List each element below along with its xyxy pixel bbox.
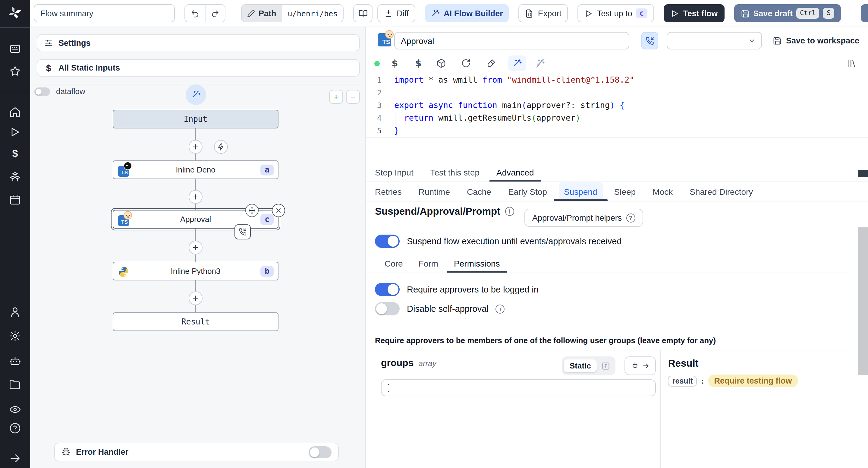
deploy-button-clipped[interactable] bbox=[861, 4, 868, 22]
windmill-logo-icon[interactable] bbox=[8, 5, 22, 21]
package-icon[interactable] bbox=[435, 57, 447, 69]
path-value[interactable]: u/henri/bes bbox=[282, 5, 343, 22]
deno-step-node[interactable]: TS Inline Deno a bbox=[113, 160, 278, 179]
groups-multiselect-input[interactable]: ⌃⌄ bbox=[381, 379, 656, 396]
star-icon[interactable] bbox=[9, 65, 21, 77]
error-handler-card[interactable]: Error Handler bbox=[54, 443, 339, 461]
ai-flow-builder-button[interactable]: AI Flow Builder bbox=[425, 4, 509, 22]
path-segment[interactable]: Path bbox=[242, 5, 282, 22]
folders-icon[interactable] bbox=[9, 379, 21, 391]
tab-form[interactable]: Form bbox=[418, 255, 438, 272]
undo-button[interactable] bbox=[185, 5, 205, 22]
wand-sparkles-icon bbox=[191, 90, 201, 99]
code-editor[interactable]: 12345 import * as wmill from "windmill-c… bbox=[366, 72, 868, 162]
flow-settings-card[interactable]: Settings bbox=[37, 34, 360, 51]
book-icon bbox=[358, 9, 367, 18]
add-step-button[interactable] bbox=[189, 291, 203, 305]
python-step-node[interactable]: Inline Python3 b bbox=[113, 262, 278, 281]
flow-graph-panel: Settings $ All Static Inputs dataflow + … bbox=[30, 27, 365, 468]
tab-permissions[interactable]: Permissions bbox=[454, 255, 500, 272]
workers-icon[interactable] bbox=[9, 355, 21, 367]
export-label: Export bbox=[538, 9, 561, 18]
test-flow-button[interactable]: Test flow bbox=[664, 4, 724, 22]
tab-shared-directory[interactable]: Shared Directory bbox=[689, 182, 753, 201]
schedules-icon[interactable] bbox=[9, 194, 21, 206]
suspend-toggle[interactable] bbox=[375, 235, 400, 248]
all-static-inputs-card[interactable]: $ All Static Inputs bbox=[37, 59, 360, 77]
require-logged-in-toggle[interactable] bbox=[375, 283, 400, 296]
resources-icon[interactable] bbox=[9, 171, 21, 183]
variables-icon[interactable]: $ bbox=[389, 57, 401, 69]
flow-summary-input[interactable] bbox=[34, 4, 175, 22]
users-icon[interactable] bbox=[9, 306, 21, 318]
javascript-expression-option[interactable] bbox=[598, 361, 614, 370]
save-draft-button[interactable]: Save draft Ctrl S bbox=[734, 4, 841, 22]
suspend-settings-button[interactable] bbox=[641, 32, 658, 50]
variables-icon[interactable]: $ bbox=[9, 148, 21, 160]
result-value-chip[interactable]: Require testing flow bbox=[708, 375, 798, 387]
resources-dollar-icon[interactable]: $ bbox=[412, 57, 424, 69]
input-node[interactable]: Input bbox=[113, 110, 278, 128]
static-option[interactable]: Static bbox=[564, 359, 597, 372]
save-to-workspace-button[interactable]: Save to workspace bbox=[773, 32, 859, 50]
suspend-step-indicator bbox=[235, 224, 251, 239]
code-lines[interactable]: import * as wmill from "windmill-client@… bbox=[394, 74, 856, 137]
tab-runtime[interactable]: Runtime bbox=[418, 182, 450, 201]
path-group[interactable]: Path u/henri/bes bbox=[241, 4, 344, 22]
help-icon[interactable] bbox=[9, 422, 21, 434]
redo-button[interactable] bbox=[205, 5, 225, 22]
format-brush-icon[interactable] bbox=[485, 57, 497, 69]
info-icon[interactable]: i bbox=[505, 207, 514, 216]
runs-icon[interactable] bbox=[9, 126, 21, 138]
library-icon[interactable] bbox=[846, 57, 858, 69]
groups-requirement-note: Require approvers to be members of one o… bbox=[375, 336, 716, 345]
tab-step-input[interactable]: Step Input bbox=[375, 164, 413, 181]
zoom-out-button[interactable]: − bbox=[346, 90, 360, 104]
tab-sleep[interactable]: Sleep bbox=[614, 182, 636, 201]
add-step-button[interactable] bbox=[189, 190, 203, 204]
tab-mock[interactable]: Mock bbox=[652, 182, 673, 201]
info-icon[interactable]: i bbox=[496, 304, 505, 313]
audit-logs-icon[interactable] bbox=[9, 404, 21, 415]
docs-button[interactable] bbox=[353, 4, 373, 22]
step-title-input[interactable] bbox=[394, 32, 629, 50]
zoom-in-button[interactable]: + bbox=[329, 90, 343, 104]
refresh-icon[interactable] bbox=[460, 57, 472, 69]
settings-icon[interactable] bbox=[9, 330, 21, 342]
dataflow-toggle-row: dataflow bbox=[34, 87, 85, 96]
result-key-badge[interactable]: result bbox=[668, 375, 697, 386]
panel-scrollbar-thumb[interactable] bbox=[858, 227, 868, 375]
tab-suspend[interactable]: Suspend bbox=[558, 182, 603, 201]
tab-advanced[interactable]: Advanced bbox=[496, 164, 534, 181]
tab-early-stop[interactable]: Early Stop bbox=[508, 182, 547, 201]
tab-retries[interactable]: Retries bbox=[375, 182, 402, 201]
assistant-wand-icon[interactable] bbox=[508, 56, 526, 71]
add-step-button[interactable] bbox=[189, 140, 203, 154]
expand-sidebar-icon[interactable] bbox=[9, 452, 21, 464]
script-version-select[interactable] bbox=[667, 32, 762, 50]
test-flow-label: Test flow bbox=[683, 9, 718, 18]
test-up-to-button[interactable]: Test up to c bbox=[578, 4, 654, 22]
tab-cache[interactable]: Cache bbox=[467, 182, 491, 201]
result-node[interactable]: Result bbox=[113, 313, 278, 331]
approval-prompt-helpers-button[interactable]: Approval/Prompt helpers ? bbox=[524, 209, 643, 227]
workspace-icon[interactable] bbox=[9, 43, 21, 55]
tab-core[interactable]: Core bbox=[384, 255, 403, 272]
redo-icon bbox=[211, 9, 219, 18]
diff-button[interactable]: Diff bbox=[377, 4, 415, 22]
ai-wand-button[interactable] bbox=[186, 84, 206, 105]
save-icon bbox=[773, 36, 782, 45]
home-icon[interactable] bbox=[9, 106, 21, 118]
error-handler-toggle[interactable] bbox=[309, 446, 332, 458]
ai-gen-disabled-icon[interactable] bbox=[534, 57, 546, 69]
connect-input-button[interactable] bbox=[624, 356, 656, 375]
export-button[interactable]: Export bbox=[519, 4, 568, 22]
add-trigger-button[interactable] bbox=[214, 140, 228, 154]
delete-step-button[interactable] bbox=[272, 204, 285, 217]
move-step-button[interactable] bbox=[245, 204, 258, 217]
sidebar-divider-top bbox=[0, 27, 30, 28]
dataflow-toggle[interactable] bbox=[34, 87, 50, 96]
tab-test-this-step[interactable]: Test this step bbox=[430, 164, 479, 181]
add-step-button[interactable] bbox=[189, 241, 203, 255]
disable-self-approval-toggle[interactable] bbox=[375, 302, 400, 315]
